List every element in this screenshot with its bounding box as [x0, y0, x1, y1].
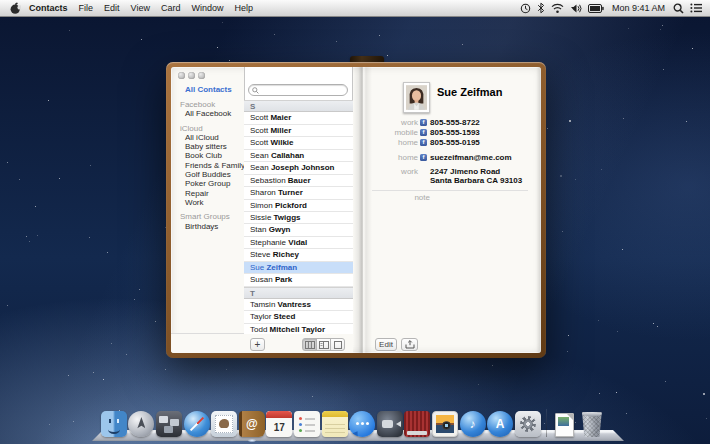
field-phone-work[interactable]: workf805-555-8722 [372, 117, 534, 127]
bluetooth-icon[interactable] [537, 2, 545, 14]
menu-bar-clock[interactable]: Mon 9:41 AM [612, 3, 665, 13]
sidebar-item-repair[interactable]: Repair [171, 189, 244, 198]
share-button[interactable] [401, 338, 418, 351]
contact-row-sharon-turner[interactable]: Sharon Turner [244, 187, 353, 199]
sidebar-item-all-contacts[interactable]: All Contacts [171, 85, 244, 95]
contact-first-name: Taylor [250, 312, 274, 321]
contact-row-stan-gwyn[interactable]: Stan Gwyn [244, 224, 353, 236]
contact-row-sissie-twiggs[interactable]: Sissie Twiggs [244, 212, 353, 224]
contact-row-stephanie-vidal[interactable]: Stephanie Vidal [244, 237, 353, 249]
safari-dock-icon[interactable] [184, 411, 210, 437]
sidebar-item-book-club[interactable]: Book Club [171, 151, 244, 160]
contact-row-sean-callahan[interactable]: Sean Callahan [244, 150, 353, 162]
contact-row-sean-joseph-johnson[interactable]: Sean Joseph Johnson [244, 162, 353, 174]
sidebar-groups: FacebookAll FacebookiCloudAll iCloudBaby… [171, 100, 244, 231]
section-header-s: S [244, 100, 353, 112]
reminders-dock-icon[interactable] [294, 411, 320, 437]
view-segment-list-card[interactable] [316, 338, 331, 351]
contact-row-todd-mitchell-taylor[interactable]: Todd Mitchell Taylor [244, 324, 353, 334]
spotlight-icon[interactable] [673, 3, 684, 14]
dock-slot-safari [183, 411, 211, 437]
wifi-icon[interactable] [551, 3, 564, 14]
menu-item-file[interactable]: File [79, 3, 94, 13]
page-spine [353, 67, 372, 353]
contact-row-simon-pickford[interactable]: Simon Pickford [244, 200, 353, 212]
edit-button[interactable]: Edit [375, 338, 397, 351]
itunes-dock-icon[interactable]: ♪ [460, 411, 486, 437]
app-store-dock-icon[interactable]: A [487, 411, 513, 437]
calendar-dock-icon[interactable]: 17 [266, 411, 292, 437]
contact-row-scott-miller[interactable]: Scott Miller [244, 125, 353, 137]
apple-menu-icon[interactable] [10, 2, 21, 15]
contact-fields: workf805-555-8722mobilef805-555-1593home… [372, 117, 534, 203]
view-segment-groups-list-card[interactable] [302, 338, 317, 351]
contact-first-name: Simon [250, 201, 275, 210]
volume-icon[interactable] [570, 3, 582, 14]
view-segment-card-only[interactable] [330, 338, 345, 351]
contact-row-tamsin-vantress[interactable]: Tamsin Vantress [244, 299, 353, 311]
note-divider [372, 190, 528, 191]
iphoto-dock-icon[interactable] [432, 411, 458, 437]
dock-slot-contacts: @ [238, 411, 266, 437]
contact-row-susan-park[interactable]: Susan Park [244, 274, 353, 286]
contact-first-name: Sue [250, 263, 266, 272]
messages-dock-icon[interactable] [349, 411, 375, 437]
dock-slot-facetime [376, 411, 404, 437]
system-preferences-dock-icon[interactable] [515, 411, 541, 437]
menu-item-card[interactable]: Card [161, 3, 181, 13]
dock-slot-iphoto [431, 411, 459, 437]
menu-item-window[interactable]: Window [191, 3, 223, 13]
contact-row-scott-wilkie[interactable]: Scott Wilkie [244, 137, 353, 149]
sidebar-item-poker-group[interactable]: Poker Group [171, 179, 244, 188]
notification-center-icon[interactable] [690, 3, 702, 13]
menu-items: ContactsFileEditViewCardWindowHelp [29, 3, 264, 13]
add-contact-button[interactable]: + [250, 338, 265, 351]
document-dock-icon[interactable] [555, 413, 574, 437]
sidebar-item-birthdays[interactable]: Birthdays [171, 222, 244, 231]
photo-booth-dock-icon[interactable] [404, 411, 430, 437]
contact-row-scott-maier[interactable]: Scott Maier [244, 112, 353, 124]
contact-row-steve-richey[interactable]: Steve Richey [244, 249, 353, 261]
field-phone-home[interactable]: homef805-555-0195 [372, 138, 534, 148]
sidebar-item-all-facebook[interactable]: All Facebook [171, 109, 244, 118]
menu-item-contacts[interactable]: Contacts [29, 3, 68, 13]
contact-last-name: Mitchell Taylor [270, 325, 325, 334]
search-field[interactable] [248, 84, 348, 96]
group-header-facebook: Facebook [171, 100, 244, 109]
battery-icon[interactable] [588, 4, 604, 13]
contact-last-name: Park [275, 275, 292, 284]
note-field[interactable]: note [372, 193, 534, 203]
running-indicator [248, 439, 256, 442]
sidebar-item-all-icloud[interactable]: All iCloud [171, 133, 244, 142]
finder-dock-icon[interactable] [101, 411, 127, 437]
field-email-home[interactable]: homefsuezeifman@me.com [372, 152, 534, 162]
contact-first-name: Sharon [250, 188, 278, 197]
contact-last-name: Richey [273, 250, 299, 259]
sidebar-item-baby-sitters[interactable]: Baby sitters [171, 142, 244, 151]
contact-last-name: Miller [270, 126, 291, 135]
contact-first-name: Sean [250, 151, 271, 160]
sidebar-item-golf-buddies[interactable]: Golf Buddies [171, 170, 244, 179]
field-phone-mobile[interactable]: mobilef805-555-1593 [372, 127, 534, 137]
sidebar-item-friends-family[interactable]: Friends & Family [171, 161, 244, 170]
dock-slot-itunes: ♪ [459, 411, 487, 437]
trash-dock-icon[interactable] [579, 411, 605, 437]
field-address-work[interactable]: work2247 Jimeno RoadSanta Barbara CA 931… [372, 167, 534, 185]
itunes-glyph: ♪ [460, 411, 486, 437]
facetime-dock-icon[interactable] [377, 411, 403, 437]
mission-control-dock-icon[interactable] [156, 411, 182, 437]
contact-row-sebastion-bauer[interactable]: Sebastion Bauer [244, 175, 353, 187]
launchpad-dock-icon[interactable] [128, 411, 154, 437]
menu-item-view[interactable]: View [131, 3, 150, 13]
time-machine-icon[interactable] [520, 3, 531, 14]
menu-item-help[interactable]: Help [234, 3, 253, 13]
contact-row-taylor-steed[interactable]: Taylor Steed [244, 311, 353, 323]
search-input[interactable] [248, 84, 348, 96]
menu-item-edit[interactable]: Edit [104, 3, 120, 13]
contact-rows: SScott MaierScott MillerScott WilkieSean… [244, 100, 353, 334]
mail-dock-icon[interactable] [211, 411, 237, 437]
notes-dock-icon[interactable] [322, 411, 348, 437]
contacts-dock-icon[interactable]: @ [239, 411, 265, 437]
contact-row-sue-zeifman[interactable]: Sue Zeifman [244, 262, 353, 274]
sidebar-item-work[interactable]: Work [171, 198, 244, 207]
